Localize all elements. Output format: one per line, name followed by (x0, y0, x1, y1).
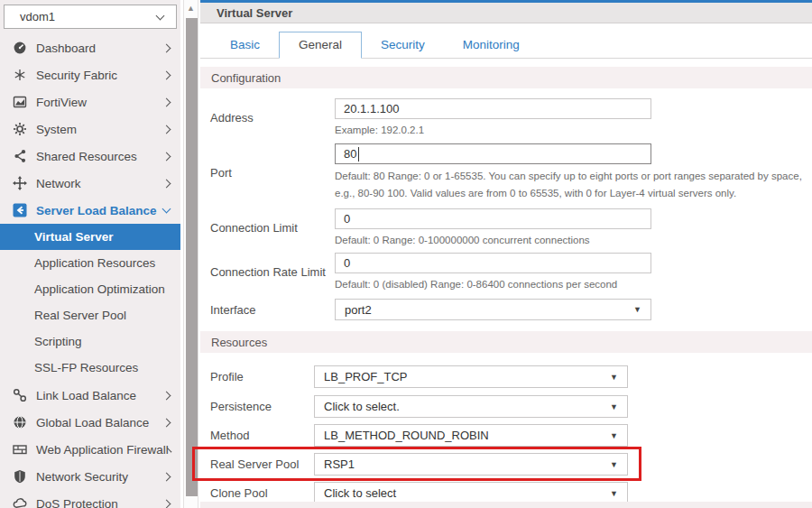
main-content: Virtual Server Basic General Security Mo… (200, 0, 812, 508)
dropdown-value: Click to select. (324, 400, 400, 413)
field-label: Method (200, 429, 314, 442)
dropdown-value: LB_METHOD_ROUND_ROBIN (324, 429, 489, 442)
dropdown-value: port2 (345, 303, 372, 317)
tab-monitoring[interactable]: Monitoring (444, 32, 539, 58)
section-configuration: Configuration (200, 67, 812, 88)
connection-limit-input[interactable] (335, 208, 651, 229)
chevron-right-icon (162, 43, 171, 52)
sidebar-subitem-application-optimization[interactable]: Application Optimization (0, 276, 180, 302)
sidebar-item-label: Dashboard (36, 42, 163, 55)
sidebar-item-label: Web Application Firewall (36, 443, 169, 457)
chevron-right-icon (162, 499, 171, 508)
field-label: Clone Pool (200, 486, 314, 500)
field-label: Real Server Pool (200, 457, 314, 471)
sidebar-item-security-fabric[interactable]: Security Fabric (0, 61, 180, 88)
sidebar-item-label: Security Fabric (36, 69, 163, 82)
tab-security[interactable]: Security (362, 32, 444, 58)
field-label: Port (200, 166, 335, 180)
chevron-right-icon (162, 179, 171, 188)
move-arrows-icon (12, 176, 27, 191)
sidebar-item-server-load-balance[interactable]: Server Load Balance (0, 197, 180, 224)
tab-basic[interactable]: Basic (211, 32, 279, 58)
chevron-right-icon (162, 125, 171, 134)
field-row-profile: Profile LB_PROF_TCP ▼ (200, 365, 812, 388)
sidebar-item-network-security[interactable]: Network Security (0, 463, 180, 490)
fortiadc-app-window: vdom1 Dashboard Security Fabric FortiVie… (0, 0, 812, 508)
sidebar-item-link-load-balance[interactable]: Link Load Balance (0, 382, 180, 409)
sidebar-item-dashboard[interactable]: Dashboard (0, 34, 180, 61)
dropdown-caret-icon: ▼ (610, 402, 618, 411)
chevron-right-icon (162, 70, 171, 79)
scrollbar-thumb[interactable] (186, 18, 198, 496)
fabric-icon (12, 68, 27, 83)
sidebar-subitem-real-server-pool[interactable]: Real Server Pool (0, 302, 180, 328)
sidebar-nav: vdom1 Dashboard Security Fabric FortiVie… (0, 0, 180, 508)
gauge-icon (12, 41, 27, 56)
connection-rate-limit-input[interactable] (335, 253, 651, 273)
dropdown-caret-icon: ▼ (610, 489, 618, 498)
text-cursor (358, 147, 359, 162)
address-input[interactable] (335, 98, 651, 119)
chart-icon (12, 95, 27, 110)
persistence-dropdown[interactable]: Click to select. ▼ (314, 395, 628, 418)
chevron-right-icon (162, 418, 171, 427)
dropdown-value: LB_PROF_TCP (324, 370, 407, 383)
sidebar-item-dos-protection[interactable]: DoS Protection (0, 490, 180, 508)
dropdown-caret-icon: ▼ (633, 305, 641, 314)
load-balance-icon (12, 203, 27, 218)
field-label: Connection Limit (200, 221, 335, 235)
field-row-method: Method LB_METHOD_ROUND_ROBIN ▼ (200, 424, 812, 447)
sidebar-subitem-application-resources[interactable]: Application Resources (0, 250, 180, 276)
field-row-connection-rate-limit: Connection Rate Limit Default: 0 (disabl… (200, 253, 812, 291)
sidebar-item-label: DoS Protection (36, 497, 163, 508)
field-label: Profile (200, 370, 314, 383)
tab-bar: Basic General Security Monitoring (200, 23, 812, 59)
real-server-pool-dropdown[interactable]: RSP1 ▼ (314, 453, 628, 476)
sidebar-subitem-virtual-server[interactable]: Virtual Server (0, 224, 180, 250)
chevron-right-icon (162, 472, 171, 481)
vdom-selector-value: vdom1 (20, 10, 55, 23)
vdom-selector[interactable]: vdom1 (4, 5, 177, 29)
sidebar-item-global-load-balance[interactable]: Global Load Balance (0, 409, 180, 436)
field-help: Default: 80 Range: 0 or 1-65535. You can… (335, 168, 802, 185)
sidebar-item-label: Network Security (36, 470, 163, 484)
field-label: Address (200, 111, 335, 125)
field-help: Example: 192.0.2.1 (335, 124, 651, 136)
sidebar-item-shared-resources[interactable]: Shared Resources (0, 143, 180, 170)
field-label: Persistence (200, 400, 314, 413)
dropdown-value: Click to select (324, 486, 396, 500)
link-icon (12, 388, 27, 403)
interface-dropdown[interactable]: port2 ▼ (335, 299, 651, 320)
globe-icon (12, 415, 27, 430)
profile-dropdown[interactable]: LB_PROF_TCP ▼ (314, 365, 628, 388)
sidebar-item-fortiview[interactable]: FortiView (0, 88, 180, 115)
vertical-scrollbar[interactable]: ▲ (183, 0, 198, 508)
next-section-strip (200, 502, 812, 508)
method-dropdown[interactable]: LB_METHOD_ROUND_ROBIN ▼ (314, 424, 628, 447)
tab-general[interactable]: General (279, 32, 362, 59)
page-title-bar: Virtual Server (200, 3, 812, 23)
field-label: Connection Rate Limit (200, 265, 335, 279)
sidebar-subitem-ssl-fp-resources[interactable]: SSL-FP Resources (0, 355, 180, 381)
chevron-right-icon (162, 97, 171, 106)
sidebar-item-label: Network (36, 177, 163, 190)
dropdown-caret-icon: ▼ (610, 460, 618, 469)
field-help: Default: 0 Range: 0-100000000 concurrent… (335, 234, 651, 246)
sidebar-item-network[interactable]: Network (0, 170, 180, 197)
port-input[interactable] (335, 143, 651, 164)
dropdown-caret-icon: ▼ (610, 431, 618, 440)
sidebar-item-system[interactable]: System (0, 115, 180, 143)
field-row-interface: Interface port2 ▼ (200, 299, 812, 320)
sidebar-item-label: Server Load Balance (36, 204, 163, 217)
sidebar-item-label: System (36, 123, 163, 136)
gear-icon (12, 122, 27, 137)
field-row-connection-limit: Connection Limit Default: 0 Range: 0-100… (200, 208, 812, 246)
section-resources: Resources (200, 331, 812, 353)
cloud-icon (12, 496, 27, 508)
chevron-down-icon (156, 11, 165, 20)
scroll-up-arrow-icon[interactable]: ▲ (184, 0, 198, 16)
wall-icon (12, 442, 27, 457)
sidebar-item-web-application-firewall[interactable]: Web Application Firewall (0, 436, 180, 463)
chevron-down-icon (162, 205, 171, 214)
sidebar-subitem-scripting[interactable]: Scripting (0, 328, 180, 355)
